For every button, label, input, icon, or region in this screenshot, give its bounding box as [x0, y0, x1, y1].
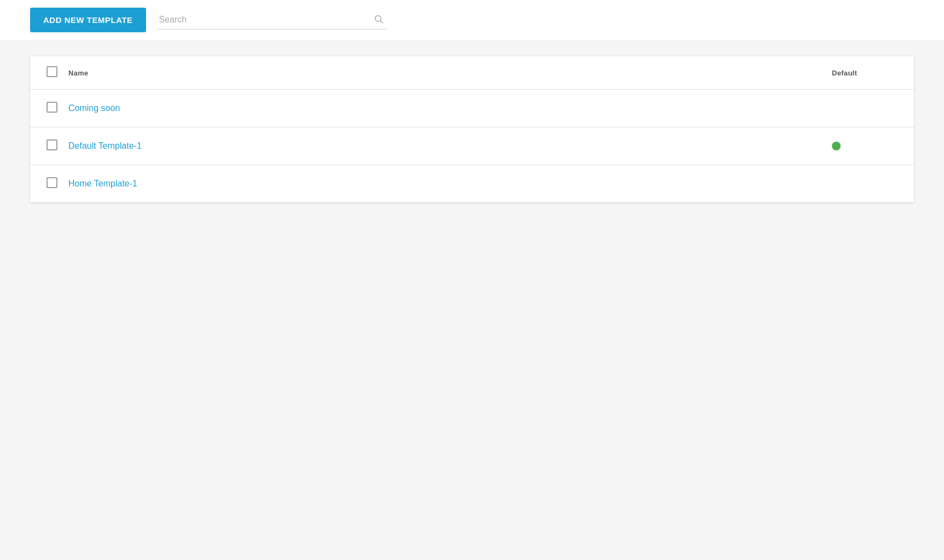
table-row[interactable]: Default Template-1	[30, 127, 914, 165]
row-checkbox[interactable]	[46, 139, 57, 150]
row-checkbox[interactable]	[46, 102, 57, 113]
column-header-default: Default	[832, 69, 898, 77]
row-checkbox[interactable]	[46, 177, 57, 188]
select-all-checkbox-container[interactable]	[46, 66, 68, 79]
select-all-checkbox[interactable]	[46, 66, 57, 77]
table-row[interactable]: Home Template-1	[30, 165, 914, 202]
templates-table: Name Default Coming soon Default Templat…	[30, 56, 914, 202]
template-name-link[interactable]: Coming soon	[68, 103, 832, 113]
top-bar: ADD NEW TEMPLATE	[0, 0, 944, 40]
column-header-name: Name	[68, 69, 832, 77]
row-default-cell	[832, 142, 898, 150]
template-name-link[interactable]: Default Template-1	[68, 141, 832, 151]
row-checkbox-container[interactable]	[46, 102, 68, 115]
search-container	[157, 10, 387, 30]
table-header-row: Name Default	[30, 56, 914, 90]
default-indicator-dot	[832, 142, 841, 150]
search-input[interactable]	[157, 10, 387, 30]
template-name-link[interactable]: Home Template-1	[68, 179, 832, 189]
row-checkbox-container[interactable]	[46, 139, 68, 153]
table-row[interactable]: Coming soon	[30, 90, 914, 127]
row-checkbox-container[interactable]	[46, 177, 68, 190]
add-new-template-button[interactable]: ADD NEW TEMPLATE	[30, 8, 146, 32]
